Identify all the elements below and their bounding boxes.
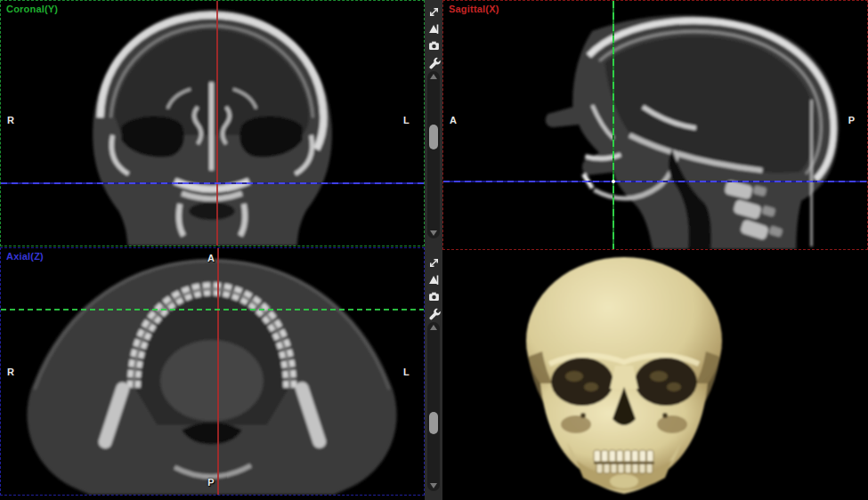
axial-sagittal-plane-line[interactable] (217, 248, 219, 495)
axial-orientation-anterior: A (207, 253, 215, 263)
expand-icon (427, 256, 441, 270)
coronal-orientation-right: R (7, 115, 14, 125)
axial-snapshot-button[interactable] (426, 288, 442, 304)
sagittal-ct-image (443, 1, 867, 249)
wrench-icon (427, 307, 441, 320)
sagittal-view[interactable]: Sagittal(X) A P (442, 0, 868, 250)
sagittal-orientation-posterior: P (848, 115, 855, 125)
axial-coronal-plane-line[interactable] (1, 309, 424, 310)
coronal-slice-scrollbar[interactable] (427, 71, 440, 238)
sagittal-title: Sagittal(X) (449, 4, 499, 14)
axial-orientation-left: L (403, 367, 410, 377)
windowing-triangle-icon (427, 22, 441, 36)
axial-windowing-button[interactable] (426, 271, 442, 287)
axial-view[interactable]: Axial(Z) A R L P (0, 247, 425, 496)
axial-scroll-up-arrow[interactable] (430, 325, 437, 330)
coronal-view[interactable]: Coronal(Y) R L (0, 0, 425, 246)
axial-orientation-right: R (7, 367, 14, 377)
camera-icon (427, 39, 441, 52)
coronal-scroll-up-arrow[interactable] (430, 74, 437, 79)
coronal-scroll-thumb[interactable] (429, 125, 438, 149)
coronal-title: Coronal(Y) (6, 4, 58, 14)
coronal-sagittal-plane-line[interactable] (216, 1, 218, 246)
axial-slice-scrollbar[interactable] (427, 322, 440, 491)
panel-toolbar-strip (425, 0, 442, 500)
camera-icon (427, 290, 441, 303)
sagittal-orientation-anterior: A (450, 115, 457, 125)
sagittal-coronal-plane-line[interactable] (612, 1, 614, 249)
volume-3d-view[interactable] (442, 250, 868, 500)
coronal-snapshot-button[interactable] (426, 37, 442, 53)
coronal-orientation-left: L (403, 115, 410, 125)
mpr-viewport: Coronal(Y) R L Axial(Z) A R (0, 0, 868, 500)
windowing-triangle-icon (427, 273, 441, 286)
axial-ct-image (1, 248, 424, 495)
coronal-windowing-button[interactable] (426, 20, 442, 36)
axial-settings-button[interactable] (426, 305, 442, 321)
expand-icon (427, 5, 441, 19)
coronal-ct-image (1, 1, 424, 246)
crosshair-intersection-dot (612, 180, 615, 183)
wrench-icon (427, 56, 441, 69)
sagittal-axial-plane-line[interactable] (443, 181, 867, 182)
axial-scroll-thumb[interactable] (429, 412, 438, 434)
coronal-expand-button[interactable] (426, 4, 442, 20)
axial-expand-button[interactable] (426, 254, 442, 270)
axial-title: Axial(Z) (6, 251, 44, 262)
coronal-axial-plane-line[interactable] (1, 182, 424, 184)
axial-orientation-posterior: P (207, 477, 214, 488)
coronal-scroll-down-arrow[interactable] (430, 230, 437, 236)
skull-3d-render (442, 250, 868, 500)
coronal-settings-button[interactable] (426, 54, 442, 70)
axial-scroll-down-arrow[interactable] (430, 483, 437, 488)
